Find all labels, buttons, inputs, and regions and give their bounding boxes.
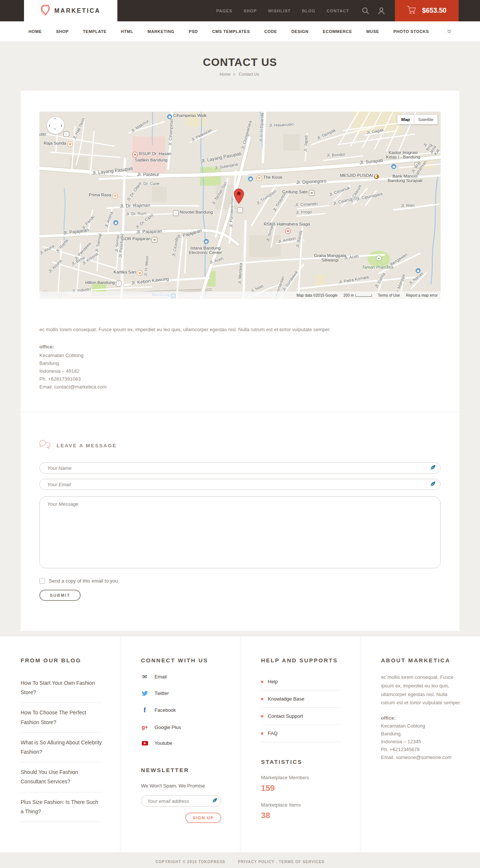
map-poi-label: RSUP Dr. Hasan Sadikin Bandung <box>131 151 171 162</box>
google-map[interactable]: Cihampelas WalkJl. HasanudinJl. Haji Yas… <box>39 112 441 299</box>
top-nav-shop[interactable]: SHOP <box>244 9 257 13</box>
help-link[interactable]: Knowladge Base <box>261 690 342 708</box>
brand-logo[interactable]: MARKETICA <box>24 0 117 21</box>
catnav-ecommerce[interactable]: ECOMMERCE <box>323 29 352 34</box>
blog-link[interactable]: What is So Alluring About Celebrity Fash… <box>21 733 102 762</box>
pan-left-icon[interactable]: ‹ <box>49 123 50 128</box>
contact-intro-text: ec mollis lorem consequat. Fusce ipsum e… <box>39 326 441 334</box>
catnav-muse[interactable]: MUSE <box>366 29 379 34</box>
map-poi-shop-icon <box>392 164 396 169</box>
map-street-label <box>284 228 292 234</box>
map-scale: 200 m <box>344 293 372 297</box>
map-poi-label: MESJID PUSDAI <box>340 173 380 179</box>
map-poi-label: Hilton Bandung <box>85 280 123 287</box>
email-input[interactable] <box>39 479 441 490</box>
newsletter-promise: We Won't Spam, We Promise <box>141 783 222 789</box>
search-icon[interactable] <box>362 7 369 15</box>
map-poi-museum-icon <box>309 190 314 196</box>
catnav-code[interactable]: CODE <box>264 29 277 34</box>
catnav-photo-stocks[interactable]: PHOTO STOCKS <box>393 29 429 34</box>
catnav-psd[interactable]: PSD <box>189 29 198 34</box>
map-terms-link[interactable]: Terms of Use <box>378 293 400 297</box>
map-poi-hospital-icon <box>285 229 291 234</box>
privacy-policy-link[interactable]: PRIVACY POLICY <box>238 860 274 864</box>
message-textarea[interactable] <box>39 496 441 568</box>
social-googleplus-link[interactable]: g+Google Plus <box>141 724 222 730</box>
pan-down-icon[interactable]: ˇ <box>54 128 56 133</box>
top-nav-contact[interactable]: CONTACT <box>327 9 349 13</box>
breadcrumb-home[interactable]: Home <box>220 72 231 76</box>
map-report-error-link[interactable]: Report a map error <box>406 293 438 297</box>
map-poi-restaurant-icon <box>256 176 262 181</box>
about-office-line: Indonesia – 12345 <box>381 738 462 745</box>
map-poi-label: GOR Pajajaran <box>122 236 159 243</box>
blog-link[interactable]: Should You Use Fashion Consultant Servic… <box>21 762 102 792</box>
map-poi-hotel-icon <box>173 211 178 216</box>
office-label: office: <box>39 343 441 351</box>
top-nav-pages[interactable]: PAGES <box>216 9 232 13</box>
blog-link[interactable]: How To Choose The Perfect Fashion Store? <box>21 703 102 732</box>
bullet-icon <box>261 732 263 735</box>
page-title: CONTACT US <box>0 56 480 69</box>
map-type-map-button[interactable]: Map <box>397 115 414 124</box>
map-street-label <box>203 238 210 244</box>
bullet-icon <box>261 681 263 683</box>
map-street-label: Jl. Pajajaran <box>136 229 162 235</box>
map-type-satellite-button[interactable]: Satellite <box>414 115 438 124</box>
catnav-home[interactable]: HOME <box>28 29 42 34</box>
social-email-link[interactable]: ✉Email <box>141 673 222 680</box>
catnav-shop[interactable]: SHOP <box>56 29 69 34</box>
email-envelope-icon: ✉ <box>141 673 148 680</box>
top-nav-wishlist[interactable]: WISHLIST <box>268 9 291 13</box>
map-poi-hospital-icon <box>132 152 138 158</box>
catnav-html[interactable]: HTML <box>121 29 133 34</box>
copyright-dot: . <box>276 860 278 864</box>
user-account-icon[interactable] <box>378 7 385 15</box>
blog-link[interactable]: Plus Size Fashion: Is There Such a Thing… <box>21 792 102 822</box>
catnav-template[interactable]: TEMPLATE <box>83 29 106 34</box>
signup-button[interactable]: SIGN UP <box>185 813 221 823</box>
bullet-icon <box>261 715 263 717</box>
terms-of-services-link[interactable]: TERMS OF SERVICES <box>279 860 324 864</box>
social-facebook-link[interactable]: fFacebook <box>141 706 222 714</box>
form-heading: LEAVE A MESSAGE <box>57 443 117 448</box>
help-link[interactable]: Help <box>261 673 342 690</box>
send-copy-checkbox[interactable] <box>39 578 45 584</box>
catnav-cms-templates[interactable]: CMS TEMPLATES <box>212 29 250 34</box>
office-line: Email. contact@marketica.com <box>39 383 441 391</box>
social-twitter-link[interactable]: Twitter <box>141 690 222 696</box>
help-link[interactable]: FAQ <box>261 725 342 742</box>
social-youtube-link[interactable]: Youtube <box>141 740 222 746</box>
statistics-heading: STATISTICS <box>261 759 342 765</box>
map-marker-pin[interactable] <box>234 188 244 204</box>
map-poi-hotel-icon <box>237 208 243 213</box>
map-street-label: Jl. Progo <box>296 209 312 215</box>
leave-message-section: LEAVE A MESSAGE Send a copy of this emai… <box>39 412 441 601</box>
name-input[interactable] <box>39 462 441 474</box>
footer-connect-heading: CONNECT WITH US <box>141 657 222 663</box>
contact-card: Cihampelas WalkJl. HasanudinJl. Haji Yas… <box>21 91 459 631</box>
breadcrumb-separator: > <box>233 72 235 76</box>
help-link[interactable]: Contact Support <box>261 708 342 725</box>
footer-blog-column: FROM OUR BLOG How To Start Your Own Fash… <box>0 636 120 852</box>
map-poi-mosque-icon <box>374 174 379 179</box>
catnav-marketing[interactable]: MARKETING <box>147 29 174 34</box>
pan-right-icon[interactable]: › <box>61 123 62 128</box>
map-street-label <box>236 207 244 213</box>
copyright-bar: COPYRIGHT © 2015 TOKOPRESS PRIVACY POLIC… <box>0 852 480 868</box>
office-line: Ph. +62817391083 <box>39 375 441 383</box>
top-nav-blog[interactable]: BLOG <box>302 9 315 13</box>
pan-up-icon[interactable]: ˆ <box>54 118 56 123</box>
catnav-design[interactable]: DESIGN <box>291 29 309 34</box>
map-poi-label: Cihampelas Walk <box>166 113 207 119</box>
newsletter-email-input[interactable] <box>141 795 221 807</box>
cart-button[interactable]: $653.50 <box>395 0 459 21</box>
blog-link[interactable]: How To Start Your Own Fashion Store? <box>21 673 102 703</box>
map-pan-control[interactable]: ˆ ˇ ‹ › <box>47 117 64 134</box>
chevron-down-icon[interactable] <box>447 29 452 34</box>
header-icon-group <box>362 7 385 15</box>
stat-items-value: 38 <box>261 811 342 820</box>
about-office-line: Kecamatan Coblong <box>381 722 462 730</box>
copyright-text: COPYRIGHT © 2015 TOKOPRESS <box>156 860 225 864</box>
submit-button[interactable]: SUBMIT <box>39 590 81 601</box>
